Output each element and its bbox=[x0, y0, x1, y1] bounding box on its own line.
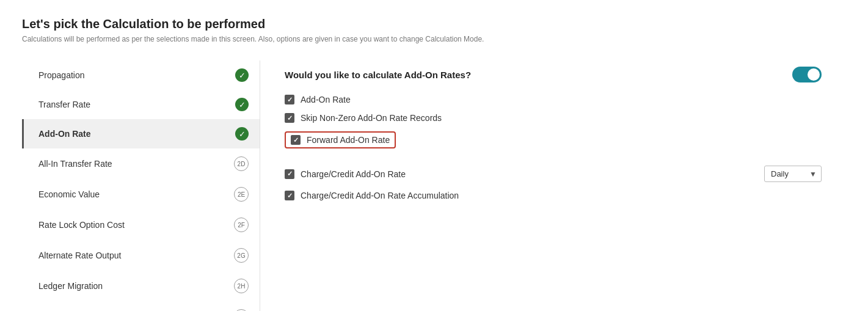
calculate-add-on-rates-toggle[interactable] bbox=[792, 67, 822, 82]
page-title: Let's pick the Calculation to be perform… bbox=[22, 17, 846, 31]
main-content: Would you like to calculate Add-On Rates… bbox=[260, 60, 846, 311]
checkbox-add-on-rate[interactable]: Add-On Rate bbox=[285, 95, 822, 104]
sidebar-item-label: Ledger Migration bbox=[38, 281, 103, 291]
checkbox-charge-credit-accumulation[interactable]: Charge/Credit Add-On Rate Accumulation bbox=[285, 191, 822, 200]
sidebar-item-economic-value[interactable]: Economic Value 2E bbox=[22, 179, 260, 210]
page-subtitle: Calculations will be performed as per th… bbox=[22, 35, 846, 43]
checkbox-label: Skip Non-Zero Add-On Rate Records bbox=[301, 113, 442, 123]
checkbox-forward-add-on-rate[interactable]: Forward Add-On Rate bbox=[285, 131, 396, 148]
question-label: Would you like to calculate Add-On Rates… bbox=[285, 70, 471, 80]
sidebar-item-label: Transfer Rate bbox=[38, 100, 90, 109]
checkbox-charge-credit-left: Charge/Credit Add-On Rate bbox=[285, 169, 406, 179]
toggle-thumb bbox=[808, 68, 820, 81]
checkbox-charge-credit-row: Charge/Credit Add-On Rate Daily Monthly … bbox=[285, 166, 822, 182]
sidebar-item-rate-lock-option-cost[interactable]: Rate Lock Option Cost 2F bbox=[22, 210, 260, 240]
sidebar-item-add-on-rate[interactable]: Add-On Rate ✓ bbox=[22, 119, 260, 148]
sidebar-item-label: Economic Value bbox=[38, 189, 100, 199]
sidebar-item-calculation-mode[interactable]: Calculation Mode 2I bbox=[22, 301, 260, 311]
checkbox-icon bbox=[285, 95, 294, 104]
page-wrapper: Let's pick the Calculation to be perform… bbox=[0, 0, 868, 311]
section-question: Would you like to calculate Add-On Rates… bbox=[285, 67, 822, 82]
sidebar-item-ledger-migration[interactable]: Ledger Migration 2H bbox=[22, 271, 260, 301]
content-layout: Propagation ✓ Transfer Rate ✓ Add-On Rat… bbox=[22, 60, 846, 311]
num-badge: 2D bbox=[234, 156, 249, 171]
checkbox-forward-add-on-rate-wrapper: Forward Add-On Rate bbox=[285, 131, 822, 157]
checkbox-label: Charge/Credit Add-On Rate bbox=[301, 169, 406, 179]
num-badge: 2E bbox=[234, 187, 249, 202]
sidebar-item-label: Propagation bbox=[38, 70, 85, 80]
check-icon: ✓ bbox=[235, 68, 249, 82]
checkbox-icon bbox=[285, 191, 294, 200]
num-badge: 2H bbox=[234, 279, 249, 293]
toggle-track bbox=[792, 67, 822, 82]
num-badge: 2G bbox=[234, 248, 249, 263]
sidebar-item-label: Alternate Rate Output bbox=[38, 251, 121, 260]
checkbox-label: Add-On Rate bbox=[301, 95, 351, 104]
sidebar-item-label: Add-On Rate bbox=[38, 129, 91, 139]
check-icon: ✓ bbox=[235, 127, 249, 141]
checkbox-icon bbox=[285, 113, 294, 123]
checkbox-label: Charge/Credit Add-On Rate Accumulation bbox=[301, 191, 459, 200]
check-icon: ✓ bbox=[235, 98, 249, 111]
checkbox-icon[interactable] bbox=[285, 169, 294, 179]
sidebar-item-all-in-transfer-rate[interactable]: All-In Transfer Rate 2D bbox=[22, 148, 260, 179]
frequency-dropdown-wrapper: Daily Monthly Quarterly Annually ▼ bbox=[764, 166, 822, 182]
checkbox-icon bbox=[291, 135, 301, 145]
sidebar-item-label: All-In Transfer Rate bbox=[38, 159, 112, 169]
frequency-dropdown[interactable]: Daily Monthly Quarterly Annually bbox=[764, 166, 822, 182]
num-badge: 2F bbox=[234, 218, 249, 232]
sidebar-item-transfer-rate[interactable]: Transfer Rate ✓ bbox=[22, 90, 260, 119]
sidebar-item-label: Rate Lock Option Cost bbox=[38, 220, 125, 230]
checkbox-label: Forward Add-On Rate bbox=[307, 135, 390, 145]
sidebar: Propagation ✓ Transfer Rate ✓ Add-On Rat… bbox=[22, 60, 260, 311]
checkbox-skip-non-zero[interactable]: Skip Non-Zero Add-On Rate Records bbox=[285, 113, 822, 123]
sidebar-item-alternate-rate-output[interactable]: Alternate Rate Output 2G bbox=[22, 240, 260, 271]
sidebar-item-propagation[interactable]: Propagation ✓ bbox=[22, 60, 260, 90]
